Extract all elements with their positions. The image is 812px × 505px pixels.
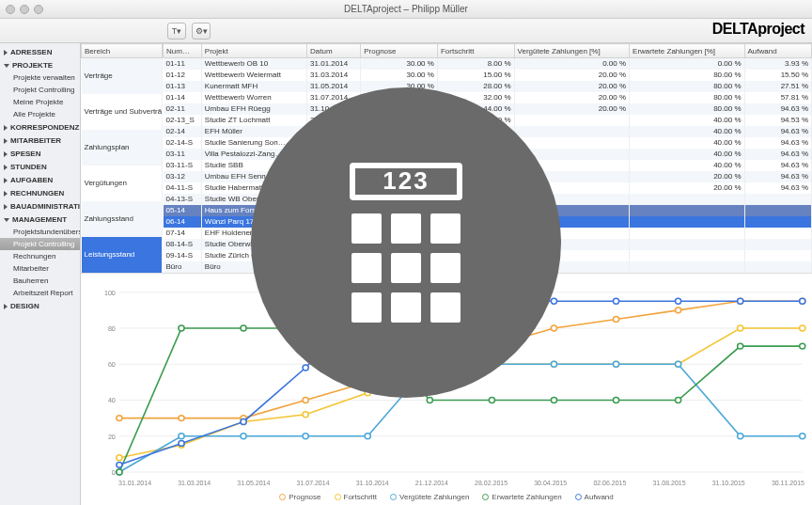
column-header[interactable]: Num…	[164, 44, 202, 58]
sidebar-group[interactable]: PROJEKTE	[0, 58, 80, 71]
bereich-row[interactable]: Leistungsstand	[82, 237, 163, 273]
x-tick-label: 31.07.2014	[297, 480, 330, 486]
table-cell: 40.00 %	[630, 115, 744, 126]
table-cell	[744, 216, 811, 228]
table-cell	[744, 261, 811, 273]
sidebar-group-label: SPESEN	[10, 150, 40, 158]
sidebar-group[interactable]: RECHNUNGEN	[0, 186, 80, 199]
bereich-cell: Zahlungsstand	[82, 201, 163, 237]
sidebar-group[interactable]: MITARBEITER	[0, 134, 80, 147]
calculator-overlay-icon: 123	[251, 87, 561, 398]
sidebar-item[interactable]: Meine Projekte	[0, 96, 80, 108]
window-titlebar: DELTAproject – Philipp Müller	[0, 0, 812, 19]
table-cell: Wettbewerb OB 10	[201, 58, 306, 70]
sidebar-item[interactable]: Bauherren	[0, 275, 80, 287]
svg-point-39	[303, 433, 308, 438]
svg-point-40	[365, 433, 370, 438]
sidebar-group[interactable]: SPESEN	[0, 147, 80, 160]
chevron-icon	[4, 138, 8, 144]
table-cell	[630, 194, 744, 205]
table-row[interactable]: 01-11Wettbewerb OB 1031.01.201430.00 %8.…	[164, 58, 812, 70]
legend-label: Aufwand	[585, 493, 614, 501]
settings-button[interactable]: ⚙▾	[192, 23, 211, 39]
table-cell: 94.63 %	[744, 126, 811, 137]
chevron-icon	[4, 165, 8, 170]
sidebar-group-label: RECHNUNGEN	[10, 189, 64, 197]
sidebar-group-label: DESIGN	[10, 302, 39, 310]
sidebar-item[interactable]: Arbeitszeit Report	[0, 287, 80, 299]
table-cell: 04-13-S	[164, 194, 202, 205]
bereich-row[interactable]: Verträge und Subverträge	[82, 94, 163, 130]
sidebar-item[interactable]: Projekt Controlling	[0, 238, 80, 250]
table-cell: 05-14	[164, 205, 202, 216]
bereich-row[interactable]: Verträge	[82, 58, 163, 94]
table-cell	[744, 250, 811, 261]
sidebar-group-label: MANAGEMENT	[12, 215, 67, 224]
sidebar-group[interactable]: AUFGABEN	[0, 173, 80, 186]
table-cell	[744, 194, 811, 205]
table-cell: 20.00 %	[630, 171, 744, 182]
x-tick-label: 31.10.2015	[712, 480, 745, 486]
table-cell	[744, 239, 811, 250]
table-cell	[514, 137, 629, 149]
table-cell	[744, 228, 811, 239]
table-row[interactable]: 01-14Wettbewerb Worren31.07.201440.00 %3…	[164, 92, 812, 103]
table-cell: 94.53 %	[744, 115, 811, 126]
brand-logo: DELTAproject	[712, 21, 804, 38]
table-cell	[630, 228, 744, 239]
chevron-icon	[4, 125, 8, 131]
svg-point-21	[676, 307, 681, 312]
table-cell: 15.00 %	[437, 70, 514, 81]
column-header[interactable]: Vergütete Zahlungen [%]	[514, 44, 629, 58]
sidebar-group[interactable]: ADRESSEN	[0, 45, 80, 58]
legend-marker-icon	[279, 494, 286, 500]
sidebar-item[interactable]: Alle Projekte	[0, 108, 80, 120]
svg-point-37	[179, 433, 184, 438]
sidebar-group[interactable]: STUNDEN	[0, 160, 80, 173]
column-header[interactable]: Datum	[307, 44, 361, 58]
svg-point-54	[489, 397, 494, 402]
svg-point-27	[303, 411, 308, 417]
sidebar-group[interactable]: KORRESPONDENZ	[0, 120, 80, 134]
calculator-display: 123	[350, 163, 462, 200]
sidebar-item[interactable]: Projekt Controlling	[0, 84, 80, 96]
sidebar-group[interactable]: DESIGN	[0, 299, 80, 312]
column-header[interactable]: Fortschritt	[437, 44, 514, 58]
filter-button[interactable]: T▾	[167, 23, 186, 39]
sidebar-item[interactable]: Projektstundenübersicht	[0, 226, 80, 238]
x-tick-label: 28.02.2015	[475, 480, 508, 486]
svg-point-58	[738, 343, 743, 349]
table-cell: 40.00 %	[630, 149, 744, 160]
table-row[interactable]: 01-12Wettbewerb Weiermatt31.03.201430.00…	[164, 70, 812, 81]
bereich-row[interactable]: Vergütungen	[82, 166, 163, 201]
column-header[interactable]: Prognose	[361, 44, 438, 58]
table-cell: 40.00 %	[630, 126, 744, 137]
table-cell: 04-11-S	[164, 182, 202, 194]
sidebar-group[interactable]: MANAGEMENT	[0, 213, 80, 226]
sidebar-item[interactable]: Projekte verwalten	[0, 71, 80, 84]
table-cell	[630, 205, 744, 216]
sidebar-item[interactable]: Rechnungen	[0, 250, 80, 262]
x-tick-label: 30.04.2015	[534, 480, 567, 486]
column-header[interactable]: Projekt	[201, 44, 306, 58]
svg-point-12	[117, 415, 122, 420]
sidebar-group-label: BAUADMINISTRATION	[10, 202, 81, 211]
table-cell	[514, 115, 629, 126]
column-header[interactable]: Erwartete Zahlungen [%]	[630, 44, 744, 58]
sidebar-item[interactable]: Mitarbeiter	[0, 262, 80, 275]
table-cell: 8.00 %	[437, 58, 514, 70]
table-cell: 94.63 %	[744, 137, 811, 149]
column-header[interactable]: Aufwand	[744, 44, 811, 58]
bereich-row[interactable]: Zahlungsplan	[82, 130, 163, 166]
chevron-icon	[4, 218, 9, 222]
sidebar-group[interactable]: BAUADMINISTRATION	[0, 199, 80, 213]
bereich-header[interactable]: Bereich	[82, 44, 163, 58]
table-row[interactable]: 01-13Kunermatt MFH31.05.201430.00 %28.00…	[164, 81, 812, 92]
x-tick-label: 31.03.2014	[178, 480, 211, 486]
svg-text:60: 60	[108, 361, 116, 368]
bereich-row[interactable]: Zahlungsstand	[82, 201, 163, 237]
svg-point-59	[800, 343, 805, 349]
bereich-table[interactable]: Bereich VerträgeVerträge und Subverträge…	[81, 43, 163, 273]
table-cell: 03-11-S	[164, 160, 202, 171]
svg-point-68	[613, 298, 618, 304]
